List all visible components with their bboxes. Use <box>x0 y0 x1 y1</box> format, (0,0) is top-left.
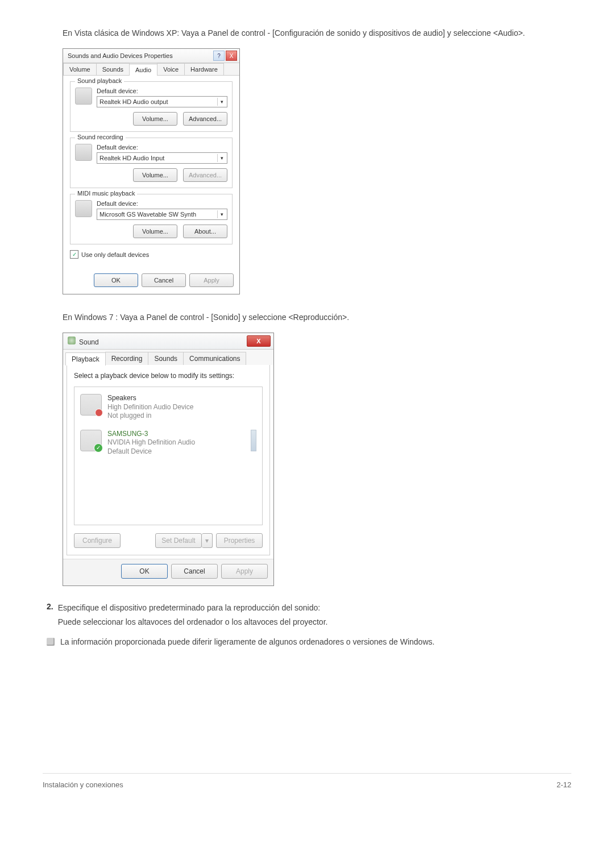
recording-volume-button[interactable]: Volume... <box>133 168 177 182</box>
tab-sounds[interactable]: Sounds <box>96 63 130 75</box>
w7-instruction: Select a playback device below to modify… <box>74 372 263 380</box>
w7-apply-button: Apply <box>221 564 268 579</box>
playback-label: Default device: <box>97 88 227 94</box>
xp-tabs: Volume Sounds Audio Voice Hardware <box>63 63 239 76</box>
playback-device-select[interactable]: Realtek HD Audio output ▾ <box>97 96 227 107</box>
w7-dialog: Sound X Playback Recording Sounds Commun… <box>63 333 274 586</box>
device-list[interactable]: Speakers High Definition Audio Device No… <box>74 387 263 525</box>
use-default-label: Use only default devices <box>81 251 149 258</box>
note-text: La información proporcionada puede difer… <box>60 636 434 648</box>
help-icon[interactable]: ? <box>213 51 225 61</box>
group-sound-playback: Sound playback Default device: Realtek H… <box>70 81 233 132</box>
w7-tabs: Playback Recording Sounds Communications <box>63 350 273 365</box>
step2-line1: Especifique el dispositivo predeterminad… <box>58 602 328 614</box>
intro-xp: En Vista clásica de Windows XP: Vaya a P… <box>63 27 569 39</box>
speaker-icon <box>75 88 92 105</box>
chevron-down-icon: ▾ <box>205 537 209 545</box>
dev2-line2: NVIDIA High Definition Audio <box>107 438 195 447</box>
midi-device-select[interactable]: Microsoft GS Wavetable SW Synth ▾ <box>97 209 227 220</box>
group-midi: MIDI music playback Default device: Micr… <box>70 194 233 244</box>
chevron-down-icon: ▾ <box>217 210 226 218</box>
midi-label: Default device: <box>97 200 227 207</box>
tab-communications[interactable]: Communications <box>183 352 246 365</box>
close-icon[interactable]: X <box>226 51 237 61</box>
configure-button: Configure <box>74 533 121 548</box>
footer-left: Instalación y conexiones <box>43 780 123 789</box>
midi-icon <box>75 200 92 217</box>
w7-ok-button[interactable]: OK <box>121 564 168 579</box>
properties-button: Properties <box>216 533 263 548</box>
intro-w7: En Windows 7 : Vaya a Panel de control -… <box>63 312 569 323</box>
set-default-button: Set Default <box>155 533 202 548</box>
tab-sounds-w7[interactable]: Sounds <box>148 352 184 365</box>
set-default-dropdown: ▾ <box>202 533 213 548</box>
xp-cancel-button[interactable]: Cancel <box>142 273 186 287</box>
monitor-icon: ✓ <box>80 430 102 451</box>
playback-advanced-button[interactable]: Advanced... <box>183 112 227 126</box>
note-icon <box>47 638 55 646</box>
midi-device-value: Microsoft GS Wavetable SW Synth <box>99 211 196 218</box>
dev2-name: SAMSUNG-3 <box>107 430 195 439</box>
w7-title: Sound <box>79 338 99 346</box>
dev2-status: Default Device <box>107 447 195 456</box>
dev1-name: Speakers <box>107 394 193 403</box>
tab-playback[interactable]: Playback <box>65 352 106 366</box>
page-footer: Instalación y conexiones 2-12 <box>43 773 571 806</box>
microphone-icon <box>75 144 92 161</box>
xp-title: Sounds and Audio Devices Properties <box>68 52 173 59</box>
step2-line2: Puede seleccionar los altavoces del orde… <box>58 616 328 628</box>
device-item-speakers[interactable]: Speakers High Definition Audio Device No… <box>78 391 259 426</box>
tab-hardware[interactable]: Hardware <box>184 63 224 75</box>
unplugged-badge-icon <box>95 409 103 417</box>
xp-ok-button[interactable]: OK <box>94 273 138 287</box>
xp-apply-button: Apply <box>189 273 234 287</box>
close-icon[interactable]: X <box>247 335 271 347</box>
chevron-down-icon: ▾ <box>217 154 226 162</box>
legend-midi: MIDI music playback <box>75 190 137 197</box>
midi-about-button[interactable]: About... <box>183 225 227 238</box>
footer-right: 2-12 <box>557 780 571 789</box>
level-meter-icon <box>251 430 256 451</box>
default-badge-icon: ✓ <box>94 443 103 452</box>
recording-advanced-button: Advanced... <box>183 168 227 182</box>
dev1-status: Not plugged in <box>107 412 193 421</box>
step-number: 2. <box>47 602 53 628</box>
checkbox-icon: ✓ <box>70 250 78 259</box>
recording-device-value: Realtek HD Audio Input <box>99 155 164 161</box>
chevron-down-icon: ▾ <box>217 98 226 106</box>
recording-label: Default device: <box>97 144 227 151</box>
xp-titlebar: Sounds and Audio Devices Properties ? X <box>63 49 239 63</box>
tab-volume[interactable]: Volume <box>63 63 97 75</box>
xp-dialog: Sounds and Audio Devices Properties ? X … <box>63 48 240 294</box>
speakers-icon <box>80 394 102 416</box>
playback-volume-button[interactable]: Volume... <box>133 112 177 126</box>
use-default-checkbox[interactable]: ✓ Use only default devices <box>70 250 233 259</box>
tab-audio[interactable]: Audio <box>129 64 157 76</box>
group-sound-recording: Sound recording Default device: Realtek … <box>70 138 233 188</box>
sound-icon <box>68 337 76 344</box>
device-item-samsung[interactable]: ✓ SAMSUNG-3 NVIDIA High Definition Audio… <box>78 426 259 462</box>
dev1-line2: High Definition Audio Device <box>107 403 193 412</box>
recording-device-select[interactable]: Realtek HD Audio Input ▾ <box>97 152 227 164</box>
legend-recording: Sound recording <box>75 134 126 140</box>
midi-volume-button[interactable]: Volume... <box>133 225 177 238</box>
w7-cancel-button[interactable]: Cancel <box>171 564 218 579</box>
w7-titlebar: Sound X <box>63 333 273 350</box>
playback-device-value: Realtek HD Audio output <box>99 98 168 105</box>
tab-voice[interactable]: Voice <box>157 63 185 75</box>
tab-recording[interactable]: Recording <box>105 352 149 365</box>
legend-playback: Sound playback <box>75 77 124 84</box>
